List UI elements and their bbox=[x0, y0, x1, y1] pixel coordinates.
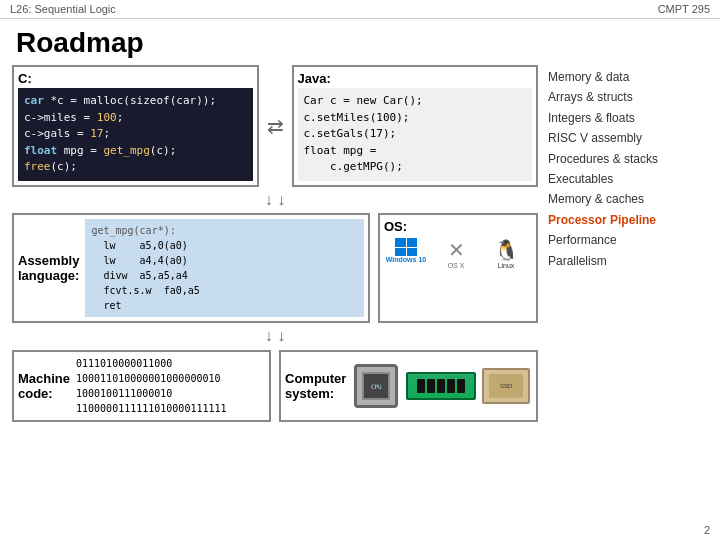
java-code-box: Java: Car c = new Car(); c.setMiles(100)… bbox=[292, 65, 539, 187]
page-title: Roadmap bbox=[0, 19, 720, 65]
cpu-chip: CPU bbox=[354, 364, 398, 408]
bottom-row: Machine code: 0111010000011000 100011010… bbox=[12, 350, 538, 422]
right-sidebar: Memory & data Arrays & structs Integers … bbox=[548, 65, 708, 422]
machine-label2: code: bbox=[18, 386, 70, 401]
sidebar-item-performance: Performance bbox=[548, 230, 708, 250]
mid-to-bottom-arrow: ↓ ↓ bbox=[12, 330, 538, 343]
win-q2 bbox=[407, 238, 418, 247]
java-code-block: Car c = new Car(); c.setMiles(100); c.se… bbox=[298, 88, 533, 181]
header-left: L26: Sequential Logic bbox=[10, 3, 116, 15]
java-box-label: Java: bbox=[298, 71, 533, 86]
ram-chip-2 bbox=[427, 379, 435, 393]
ssd-image: SSD bbox=[480, 362, 532, 410]
computer-label1: Computer bbox=[285, 371, 346, 386]
top-to-mid-arrow: ↓ ↓ bbox=[12, 194, 538, 207]
ram-chip-3 bbox=[437, 379, 445, 393]
win-q1 bbox=[395, 238, 406, 247]
sidebar-item-memory-data: Memory & data bbox=[548, 67, 708, 87]
c-box-label: C: bbox=[18, 71, 253, 86]
assembly-label1: Assembly bbox=[18, 253, 79, 268]
header-right: CMPT 295 bbox=[658, 3, 710, 15]
os-label: OS: bbox=[384, 219, 532, 234]
ssd-chip: SSD bbox=[482, 368, 530, 404]
sidebar-item-processor: Processor Pipeline bbox=[548, 210, 708, 230]
ram-image bbox=[406, 362, 476, 410]
sidebar-item-memory-caches: Memory & caches bbox=[548, 189, 708, 209]
machine-code-box: Machine code: 0111010000011000 100011010… bbox=[12, 350, 271, 422]
ram-chip-4 bbox=[447, 379, 455, 393]
mac-name: OS X bbox=[448, 262, 465, 269]
ram-stick bbox=[406, 372, 476, 400]
ram-chip-5 bbox=[457, 379, 465, 393]
os-box: OS: Windows 10 ✕ bbox=[378, 213, 538, 323]
sidebar-item-executables: Executables bbox=[548, 169, 708, 189]
mid-row: Assembly language: get_mpg(car*): lw a5,… bbox=[12, 213, 538, 323]
mac-logo: ✕ bbox=[448, 238, 465, 262]
main-content: C: car *c = malloc(sizeof(car)); c->mile… bbox=[0, 65, 720, 422]
windows-name: Windows 10 bbox=[386, 256, 426, 263]
assembly-box: Assembly language: get_mpg(car*): lw a5,… bbox=[12, 213, 370, 323]
sidebar-item-riscv: RISC V assembly bbox=[548, 128, 708, 148]
windows-icon-box: Windows 10 bbox=[384, 238, 428, 268]
cpu-image: CPU bbox=[350, 362, 402, 410]
machine-label1: Machine bbox=[18, 371, 70, 386]
assembly-code-block: get_mpg(car*): lw a5,0(a0) lw a4,4(a0) d… bbox=[85, 219, 364, 317]
sidebar-item-arrays: Arrays & structs bbox=[548, 87, 708, 107]
linux-icon-box: 🐧 Linux bbox=[484, 238, 528, 268]
mac-icon-box: ✕ OS X bbox=[434, 238, 478, 268]
computer-system-box: Computer system: CPU bbox=[279, 350, 538, 422]
machine-code-block: 0111010000011000 10001101000000100000001… bbox=[76, 356, 227, 416]
cpu-inner: CPU bbox=[362, 372, 390, 400]
ram-chip-1 bbox=[417, 379, 425, 393]
sidebar-item-procedures: Procedures & stacks bbox=[548, 149, 708, 169]
cpu-text: CPU bbox=[371, 383, 382, 390]
linux-logo: 🐧 bbox=[494, 238, 519, 262]
left-column: C: car *c = malloc(sizeof(car)); c->mile… bbox=[12, 65, 538, 422]
header-bar: L26: Sequential Logic CMPT 295 bbox=[0, 0, 720, 19]
sidebar-item-parallelism: Parallelism bbox=[548, 251, 708, 271]
top-row: C: car *c = malloc(sizeof(car)); c->mile… bbox=[12, 65, 538, 187]
win-q4 bbox=[407, 248, 418, 257]
os-icons: Windows 10 ✕ OS X 🐧 Linux bbox=[384, 238, 532, 268]
c-to-java-arrow: ⇄ bbox=[267, 65, 284, 187]
c-code-block: car *c = malloc(sizeof(car)); c->miles =… bbox=[18, 88, 253, 181]
ssd-inner: SSD bbox=[489, 374, 523, 398]
sidebar-item-integers: Integers & floats bbox=[548, 108, 708, 128]
assembly-label2: language: bbox=[18, 268, 79, 283]
win-q3 bbox=[395, 248, 406, 257]
computer-label2: system: bbox=[285, 386, 346, 401]
windows-logo bbox=[395, 238, 417, 256]
linux-name: Linux bbox=[498, 262, 515, 269]
page-number: 2 bbox=[704, 524, 710, 536]
c-code-box: C: car *c = malloc(sizeof(car)); c->mile… bbox=[12, 65, 259, 187]
